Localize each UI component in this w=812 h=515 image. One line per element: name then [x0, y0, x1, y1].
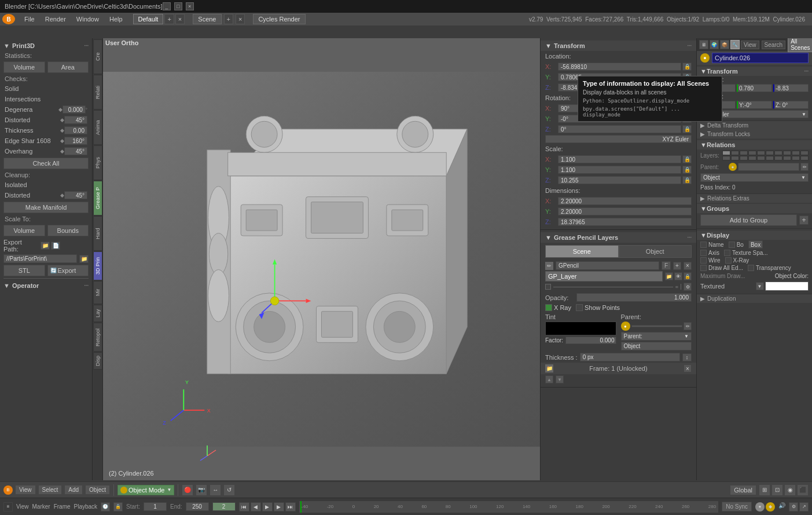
layer-16[interactable] [766, 156, 774, 160]
gp-add-button[interactable]: + [673, 262, 681, 270]
bo-checkbox[interactable] [729, 242, 735, 248]
dim-x-val[interactable]: 2.20000 [558, 197, 692, 205]
export-file-icon[interactable]: 📄 [51, 242, 60, 250]
parent-name-val[interactable] [631, 325, 683, 327]
scale-y-val[interactable]: 1.100 [558, 166, 681, 174]
add-btn[interactable]: Add [64, 485, 83, 495]
show-points-checkbox[interactable] [576, 304, 583, 311]
material-icon[interactable]: ◉ [784, 484, 796, 496]
next-frame-button[interactable]: ▶ [274, 502, 284, 512]
layer-14[interactable] [748, 156, 756, 160]
dim-y-val[interactable]: 2.20000 [558, 207, 692, 216]
parent-edit-btn[interactable]: ✏ [800, 163, 809, 171]
parent-edit-icon[interactable]: ✏ [684, 322, 692, 330]
grid-icon[interactable]: ⊞ [759, 484, 770, 496]
tab-anima[interactable]: Anima [93, 110, 102, 145]
rp-loc-z[interactable]: -8.83 [773, 84, 809, 92]
timeline-arrow-icon[interactable]: ↗ [799, 502, 809, 512]
scale-z-lock[interactable]: 🔒 [682, 176, 692, 184]
tab-grease[interactable]: Grease P [93, 181, 102, 216]
layer-6[interactable] [766, 151, 774, 155]
workspace-default-tab[interactable]: Default [133, 14, 164, 24]
gp-name-val[interactable]: GPencil [556, 261, 659, 270]
all-scenes-tab[interactable]: All Scenes [788, 38, 812, 52]
viewport[interactable]: User Ortho [103, 38, 540, 480]
render-icon[interactable]: 🔴 [182, 484, 193, 496]
frame-scroll-down[interactable]: ▼ [556, 375, 564, 383]
render-engine-select[interactable]: Cycles Render [253, 14, 305, 24]
props-tab-active[interactable]: 🔧 [730, 40, 740, 49]
object-btn[interactable]: Object [85, 485, 110, 495]
layer-11[interactable] [722, 156, 730, 160]
tint-factor-val[interactable]: 0.000 [565, 337, 616, 344]
current-val[interactable]: 2 [212, 502, 236, 511]
gp-opacity-val[interactable]: 1.000 [576, 293, 692, 302]
make-manifold-button[interactable]: Make Manifold [3, 202, 89, 213]
xray-checkbox[interactable] [545, 304, 552, 311]
object-name-val[interactable]: Cylinder.026 [712, 53, 809, 63]
gp-remove-button[interactable]: × [684, 262, 692, 270]
maximize-button[interactable]: □ [174, 2, 182, 10]
draw-all-checkbox[interactable] [700, 265, 707, 271]
euler-val[interactable]: XYZ Euler [545, 135, 692, 143]
timeline-clock-icon[interactable]: 🕐 [101, 502, 110, 512]
relations-header[interactable]: ▼ Relations [697, 140, 812, 149]
rp-rot-z[interactable]: Z: 0° [773, 101, 809, 109]
stl-button[interactable]: STL [3, 265, 45, 276]
close-scene-button[interactable]: × [236, 14, 245, 24]
props-tab-scene[interactable]: 🖥 [699, 40, 708, 49]
select-btn[interactable]: Select [38, 485, 63, 495]
go-start-button[interactable]: ⏮ [239, 502, 249, 512]
object-color-swatch[interactable] [765, 282, 809, 291]
timeline-lock-icon[interactable]: 🔒 [113, 502, 123, 512]
gp-eye-icon[interactable]: 👁 [674, 272, 682, 280]
area-button[interactable]: Area [47, 61, 89, 73]
parent-obj-val[interactable]: Object [621, 342, 692, 350]
dim-z-val[interactable]: 18.37965 [558, 218, 692, 226]
scale-x-lock[interactable]: 🔒 [682, 155, 692, 163]
operator-header[interactable]: ▼ Operator ··· [0, 280, 92, 291]
groups-header[interactable]: ▼ Groups [697, 204, 812, 213]
menu-window[interactable]: Window [72, 14, 104, 24]
layer-8[interactable] [783, 151, 791, 155]
export-folder-icon[interactable]: 📁 [41, 242, 50, 250]
view-label[interactable]: View [16, 503, 29, 510]
loc-x-lock[interactable]: 🔒 [682, 63, 692, 71]
rp-loc-y[interactable]: 0.780 [737, 84, 772, 92]
timeline-menu[interactable]: ≡ [3, 502, 13, 512]
tab-relati[interactable]: Relati [93, 75, 102, 109]
play-button[interactable]: ▶ [262, 502, 273, 512]
go-end-button[interactable]: ⏭ [285, 502, 296, 512]
parent-name[interactable] [738, 163, 799, 171]
gp-folder-icon[interactable]: 📁 [665, 272, 673, 280]
xray-disp-checkbox[interactable] [725, 257, 732, 264]
frame-label[interactable]: Frame [54, 503, 71, 510]
rp-transform-header[interactable]: ▼ Transform ··· [697, 67, 812, 76]
layer-3[interactable] [740, 151, 748, 155]
textured-dropdown[interactable]: ▼ [756, 282, 764, 290]
minimize-button[interactable]: _ [163, 2, 171, 10]
tab-hard[interactable]: Hard [93, 216, 102, 251]
parent-type-row[interactable]: Object▼ [700, 173, 809, 182]
layer-2[interactable] [731, 151, 739, 155]
relations-extras-header[interactable]: ▶ Relations Extras [697, 194, 812, 203]
transform-locks-header[interactable]: ▶ Transform Locks [697, 130, 812, 138]
loc-x-val[interactable]: -56.89810 [558, 63, 681, 71]
view-btn[interactable]: View [15, 485, 36, 495]
thickness-icon[interactable]: ↕ [682, 353, 692, 361]
print3d-header[interactable]: ▼ Print3D ··· [0, 41, 92, 51]
rot-z-lock[interactable]: 🔒 [682, 125, 692, 133]
scale-x-val[interactable]: 1.100 [558, 155, 681, 163]
layer-1[interactable] [722, 151, 730, 155]
layer-20[interactable] [800, 156, 809, 160]
texture-spa-checkbox[interactable] [724, 250, 730, 256]
gp-object-button[interactable]: Object [619, 245, 692, 258]
wire-checkbox[interactable] [700, 257, 707, 264]
export-button[interactable]: 🔄 Export [47, 265, 89, 276]
transparency-checkbox[interactable] [748, 265, 754, 271]
mode-selector[interactable]: Object Mode ▼ [117, 485, 174, 495]
volume-button[interactable]: Volume [3, 61, 45, 73]
tab-phys[interactable]: Phys [93, 145, 102, 180]
duplication-header[interactable]: ▶ Duplication [697, 294, 812, 303]
prev-frame-button[interactable]: ◀ [251, 502, 261, 512]
